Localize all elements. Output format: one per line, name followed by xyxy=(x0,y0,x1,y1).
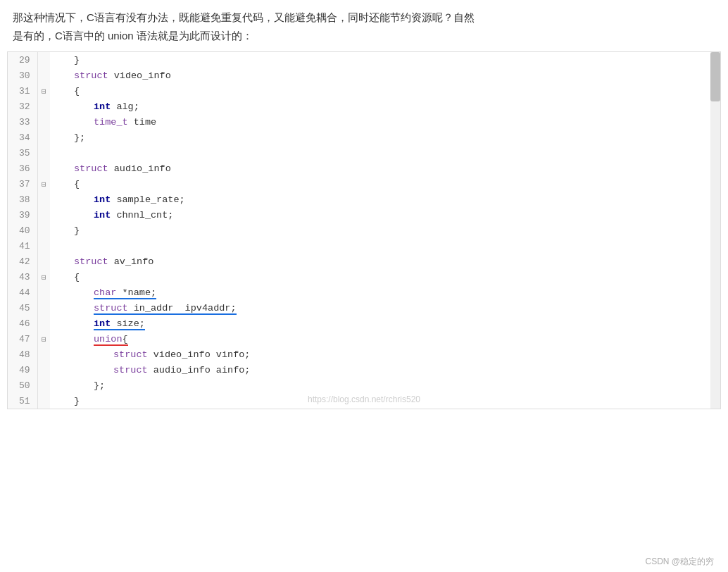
line-number: 29 xyxy=(8,52,37,68)
code-line-content: struct audio_info ainfo; xyxy=(50,362,720,378)
table-row: 31⊟{ xyxy=(8,83,720,99)
token: { xyxy=(74,86,80,97)
line-number: 47 xyxy=(8,331,37,347)
line-number: 49 xyxy=(8,362,37,378)
line-number: 33 xyxy=(8,114,37,130)
token: video_info vinfo; xyxy=(153,349,251,360)
code-line-content: { xyxy=(50,83,720,99)
token: video_info xyxy=(114,70,171,81)
fold-indicator xyxy=(37,68,50,83)
table-row: 35 xyxy=(8,145,720,161)
table-row: 47⊟union{ xyxy=(8,331,720,347)
code-line-content: struct av_info xyxy=(50,254,720,269)
line-number: 31 xyxy=(8,83,37,99)
fold-indicator[interactable]: ⊟ xyxy=(37,176,50,192)
code-line-content: } xyxy=(50,52,720,68)
token: }; xyxy=(94,380,105,391)
token: } xyxy=(74,55,80,66)
fold-indicator xyxy=(37,130,50,145)
line-number: 41 xyxy=(8,238,37,254)
fold-indicator xyxy=(37,316,50,331)
code-line-content: int size; xyxy=(50,316,720,331)
fold-indicator xyxy=(37,192,50,207)
fold-indicator[interactable]: ⊟ xyxy=(37,269,50,285)
fold-indicator xyxy=(37,378,50,393)
fold-indicator xyxy=(37,52,50,68)
token: sample_rate; xyxy=(111,194,184,205)
line-number: 43 xyxy=(8,269,37,285)
code-line-content xyxy=(50,145,720,161)
token: struct xyxy=(74,163,114,174)
code-table: 29}30struct video_info31⊟{32int alg;33ti… xyxy=(8,52,720,409)
code-line-content: struct audio_info xyxy=(50,161,720,176)
line-number: 40 xyxy=(8,223,37,238)
token: }; xyxy=(74,132,85,143)
token: { xyxy=(123,334,128,344)
fold-indicator[interactable]: ⊟ xyxy=(37,83,50,99)
code-line-content: } xyxy=(50,393,720,409)
table-row: 34}; xyxy=(8,130,720,145)
table-row: 50}; xyxy=(8,378,720,393)
code-line-content: union{ xyxy=(50,331,720,347)
scrollbar[interactable] xyxy=(710,52,720,409)
table-row: 49struct audio_info ainfo; xyxy=(8,362,720,378)
line-number: 42 xyxy=(8,254,37,269)
fold-indicator xyxy=(37,393,50,409)
table-row: 43⊟{ xyxy=(8,269,720,285)
line-number: 34 xyxy=(8,130,37,145)
table-row: 39int chnnl_cnt; xyxy=(8,207,720,223)
table-row: 32int alg; xyxy=(8,99,720,114)
code-line-content: time_t time xyxy=(50,114,720,130)
token: time xyxy=(128,117,157,128)
line-number: 37 xyxy=(8,176,37,192)
code-line-content: struct video_info xyxy=(50,68,720,83)
fold-indicator xyxy=(37,99,50,114)
table-row: 46int size; xyxy=(8,316,720,331)
scrollbar-thumb[interactable] xyxy=(710,52,720,101)
table-row: 48struct video_info vinfo; xyxy=(8,347,720,362)
code-line-content: }; xyxy=(50,130,720,145)
table-row: 38int sample_rate; xyxy=(8,192,720,207)
line-number: 32 xyxy=(8,99,37,114)
token: struct xyxy=(94,303,128,313)
token: time_t xyxy=(94,117,128,128)
line-number: 38 xyxy=(8,192,37,207)
line-number: 35 xyxy=(8,145,37,161)
token: } xyxy=(74,225,80,236)
table-row: 42struct av_info xyxy=(8,254,720,269)
fold-indicator xyxy=(37,223,50,238)
token: in_addr ipv4addr; xyxy=(128,303,237,313)
token: alg; xyxy=(111,101,139,112)
token: chnnl_cnt; xyxy=(111,210,173,220)
line-number: 48 xyxy=(8,347,37,362)
table-row: 51} xyxy=(8,393,720,409)
token: { xyxy=(74,272,80,282)
token: av_info xyxy=(114,256,154,267)
intro-line1: 那这种情况下，C语言有没有办法，既能避免重复代码，又能避免耦合，同时还能节约资源… xyxy=(13,8,715,27)
fold-indicator[interactable]: ⊟ xyxy=(37,331,50,347)
token: struct xyxy=(113,349,153,360)
table-row: 44char *name; xyxy=(8,285,720,300)
token: int xyxy=(94,210,111,220)
code-line-content: { xyxy=(50,176,720,192)
token: audio_info ainfo; xyxy=(153,365,251,375)
code-line-content: } xyxy=(50,223,720,238)
token: { xyxy=(74,179,80,189)
code-block: 29}30struct video_info31⊟{32int alg;33ti… xyxy=(7,51,721,409)
code-line-content: int sample_rate; xyxy=(50,192,720,207)
fold-indicator xyxy=(37,285,50,300)
code-line-content: struct in_addr ipv4addr; xyxy=(50,300,720,316)
token: } xyxy=(74,396,80,406)
token: audio_info xyxy=(114,163,171,174)
table-row: 33time_t time xyxy=(8,114,720,130)
table-row: 30struct video_info xyxy=(8,68,720,83)
token: union xyxy=(94,334,123,344)
table-row: 37⊟{ xyxy=(8,176,720,192)
fold-indicator xyxy=(37,161,50,176)
line-number: 46 xyxy=(8,316,37,331)
code-line-content xyxy=(50,238,720,254)
line-number: 39 xyxy=(8,207,37,223)
token: struct xyxy=(74,70,114,81)
fold-indicator xyxy=(37,114,50,130)
code-line-content: int chnnl_cnt; xyxy=(50,207,720,223)
